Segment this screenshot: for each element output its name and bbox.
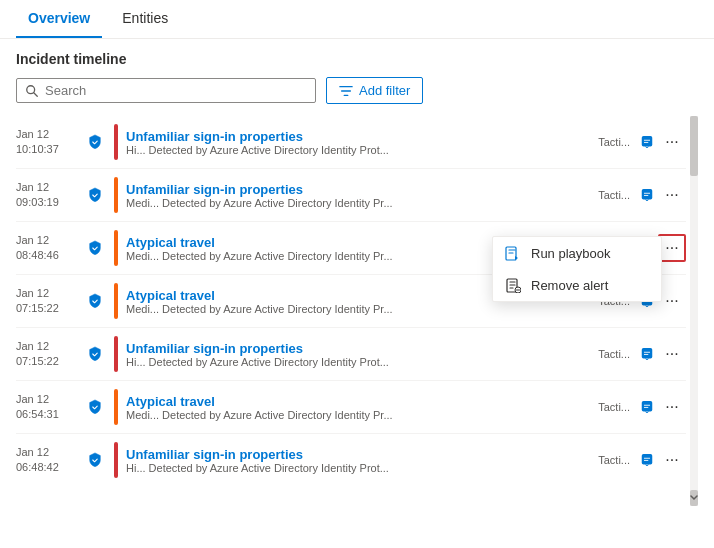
incident-date: Jan 12	[16, 233, 84, 248]
incident-datetime: Jan 12 10:10:37	[16, 127, 84, 158]
incident-datetime: Jan 12 06:54:31	[16, 392, 84, 423]
svg-rect-6	[642, 348, 653, 359]
shield-icon-wrapper	[84, 293, 106, 309]
alert-bell-icon	[640, 347, 654, 361]
more-options-button[interactable]: ···	[658, 181, 686, 209]
playbook-icon	[505, 245, 521, 261]
add-filter-label: Add filter	[359, 83, 410, 98]
alert-icon-wrapper	[636, 453, 658, 467]
incident-meta: Medi... Detected by Azure Active Directo…	[126, 303, 592, 315]
tabs-bar: Overview Entities	[0, 0, 714, 39]
search-input-wrapper[interactable]	[16, 78, 316, 103]
shield-icon-wrapper	[84, 346, 106, 362]
scroll-down-icon	[690, 494, 698, 502]
svg-rect-8	[642, 454, 653, 465]
tactic-badge: Tacti...	[598, 136, 630, 148]
shield-icon	[87, 240, 103, 256]
incident-title: Atypical travel	[126, 394, 592, 409]
incident-title: Unfamiliar sign-in properties	[126, 341, 592, 356]
alert-bell-icon	[640, 400, 654, 414]
timeline-row: Jan 12 09:03:19 Unfamiliar sign-in prope…	[16, 169, 686, 222]
context-menu: Run playbook Remove alert	[492, 236, 662, 302]
remove-alert-menu-item[interactable]: Remove alert	[493, 269, 661, 301]
incident-datetime: Jan 12 07:15:22	[16, 286, 84, 317]
incident-date: Jan 12	[16, 286, 84, 301]
more-options-button[interactable]: ···	[658, 446, 686, 474]
incident-meta: Medi... Detected by Azure Active Directo…	[126, 409, 592, 421]
shield-icon-wrapper	[84, 134, 106, 150]
more-options-button[interactable]: ···	[658, 340, 686, 368]
incident-date: Jan 12	[16, 392, 84, 407]
add-filter-button[interactable]: Add filter	[326, 77, 423, 104]
tab-entities[interactable]: Entities	[110, 0, 180, 38]
incident-info: Atypical travel Medi... Detected by Azur…	[126, 394, 592, 421]
incident-title: Unfamiliar sign-in properties	[126, 129, 592, 144]
run-playbook-menu-item[interactable]: Run playbook	[493, 237, 661, 269]
remove-icon	[505, 277, 521, 293]
alert-icon-wrapper	[636, 400, 658, 414]
more-options-button[interactable]: ···	[658, 128, 686, 156]
incident-time: 09:03:19	[16, 195, 84, 210]
more-options-button[interactable]: ···	[658, 287, 686, 315]
incident-time: 07:15:22	[16, 354, 84, 369]
tactic-badge: Tacti...	[598, 189, 630, 201]
severity-bar	[114, 124, 118, 160]
alert-bell-icon	[640, 188, 654, 202]
section-title: Incident timeline	[16, 51, 698, 67]
incident-meta: Hi... Detected by Azure Active Directory…	[126, 356, 592, 368]
scrollbar-thumb-bottom[interactable]	[690, 490, 698, 506]
timeline-row: Jan 12 07:15:22 Unfamiliar sign-in prope…	[16, 328, 686, 381]
filter-icon	[339, 84, 353, 98]
tactic-badge: Tacti...	[598, 401, 630, 413]
incident-title: Unfamiliar sign-in properties	[126, 447, 592, 462]
incident-time: 06:54:31	[16, 407, 84, 422]
shield-icon	[87, 346, 103, 362]
shield-icon	[87, 452, 103, 468]
timeline-container: Jan 12 10:10:37 Unfamiliar sign-in prope…	[16, 116, 698, 506]
tab-overview[interactable]: Overview	[16, 0, 102, 38]
incident-datetime: Jan 12 08:48:46	[16, 233, 84, 264]
incident-date: Jan 12	[16, 180, 84, 195]
timeline-row: Jan 12 06:54:31 Atypical travel Medi... …	[16, 381, 686, 434]
incident-time: 06:48:42	[16, 460, 84, 475]
severity-bar	[114, 177, 118, 213]
incident-datetime: Jan 12 07:15:22	[16, 339, 84, 370]
severity-bar	[114, 283, 118, 319]
incident-info: Unfamiliar sign-in properties Medi... De…	[126, 182, 592, 209]
severity-bar	[114, 230, 118, 266]
incident-date: Jan 12	[16, 339, 84, 354]
shield-icon-wrapper	[84, 187, 106, 203]
search-input[interactable]	[45, 83, 307, 98]
incident-date: Jan 12	[16, 445, 84, 460]
timeline-row: Jan 12 10:10:37 Unfamiliar sign-in prope…	[16, 116, 686, 169]
severity-bar	[114, 442, 118, 478]
shield-icon-wrapper	[84, 240, 106, 256]
shield-icon-wrapper	[84, 452, 106, 468]
shield-icon	[87, 293, 103, 309]
incident-meta: Hi... Detected by Azure Active Directory…	[126, 462, 592, 474]
incident-title: Unfamiliar sign-in properties	[126, 182, 592, 197]
svg-rect-2	[642, 136, 653, 147]
incident-info: Unfamiliar sign-in properties Hi... Dete…	[126, 129, 592, 156]
remove-alert-label: Remove alert	[531, 278, 608, 293]
incident-info: Unfamiliar sign-in properties Hi... Dete…	[126, 341, 592, 368]
incident-date: Jan 12	[16, 127, 84, 142]
search-icon	[25, 84, 39, 98]
incident-time: 08:48:46	[16, 248, 84, 263]
incident-datetime: Jan 12 09:03:19	[16, 180, 84, 211]
alert-icon-wrapper	[636, 135, 658, 149]
alert-icon-wrapper	[636, 188, 658, 202]
svg-rect-7	[642, 401, 653, 412]
scrollbar-track[interactable]	[690, 116, 698, 506]
more-options-button[interactable]: ···	[658, 393, 686, 421]
tactic-badge: Tacti...	[598, 348, 630, 360]
incident-info: Unfamiliar sign-in properties Hi... Dete…	[126, 447, 592, 474]
alert-bell-icon	[640, 453, 654, 467]
more-options-button[interactable]: ···	[658, 234, 686, 262]
shield-icon-wrapper	[84, 399, 106, 415]
run-playbook-label: Run playbook	[531, 246, 611, 261]
severity-bar	[114, 336, 118, 372]
incident-meta: Medi... Detected by Azure Active Directo…	[126, 197, 592, 209]
svg-line-1	[34, 92, 38, 96]
scrollbar-thumb-top[interactable]	[690, 116, 698, 176]
